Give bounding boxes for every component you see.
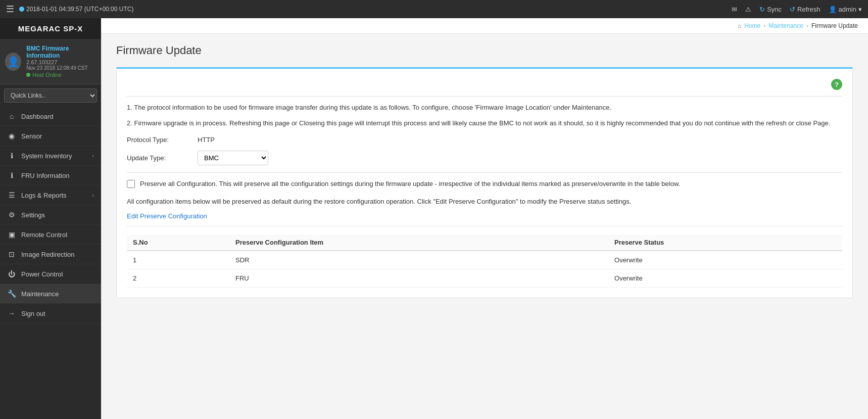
card-divider-mid <box>127 172 842 173</box>
table-row: 1 SDR Overwrite <box>127 251 842 269</box>
table-cell-item: FRU <box>229 269 608 287</box>
remote-control-icon: ▣ <box>7 230 16 239</box>
sync-button[interactable]: ↻ Sync <box>759 6 782 13</box>
avatar: 👤 <box>5 53 21 71</box>
breadcrumb-maintenance[interactable]: Maintenance <box>768 22 803 29</box>
sidebar-item-sensor[interactable]: ◉ Sensor <box>0 126 101 146</box>
sidebar-item-label: Logs & Reports <box>21 192 67 199</box>
notice-text-1: 1. The protocol information to be used f… <box>127 103 842 113</box>
home-icon: ⌂ <box>738 22 741 29</box>
page-title: Firmware Update <box>116 44 853 57</box>
table-header-status: Preserve Status <box>608 235 842 251</box>
profile-name[interactable]: BMC Firmware Information <box>26 45 96 59</box>
protocol-type-value: HTTP <box>198 136 215 144</box>
profile-version: 2.67.103227 <box>26 59 96 65</box>
breadcrumb: ⌂ Home › Maintenance › Firmware Update <box>101 18 868 34</box>
chevron-right-icon: › <box>92 153 94 159</box>
image-redirection-icon: ⊡ <box>7 250 16 258</box>
time-dot-icon <box>19 7 24 12</box>
table-cell-status: Overwrite <box>608 269 842 287</box>
chevron-right-icon: › <box>92 192 94 198</box>
sidebar-item-logs-reports[interactable]: ☰ Logs & Reports › <box>0 185 101 205</box>
sidebar-item-sign-out[interactable]: → Sign out <box>0 304 101 323</box>
preserve-info-text: All configuration items below will be pr… <box>127 197 842 207</box>
sidebar-item-label: Sign out <box>21 310 45 317</box>
sign-out-icon: → <box>7 309 16 317</box>
sidebar-item-settings[interactable]: ⚙ Settings <box>0 205 101 225</box>
logs-icon: ☰ <box>7 191 16 199</box>
preserve-table: S.No Preserve Configuration Item Preserv… <box>127 235 842 288</box>
breadcrumb-sep1: › <box>763 22 765 29</box>
system-inventory-icon: ℹ <box>7 152 16 160</box>
sidebar-item-label: Remote Control <box>21 231 67 239</box>
admin-user-icon: 👤 <box>829 6 837 13</box>
sidebar-item-dashboard[interactable]: ⌂ Dashboard <box>0 107 101 126</box>
table-cell-sno: 2 <box>127 269 229 287</box>
sidebar-item-image-redirection[interactable]: ⊡ Image Redirection <box>0 245 101 264</box>
sidebar-item-label: Settings <box>21 211 45 219</box>
table-cell-status: Overwrite <box>608 251 842 269</box>
sidebar-item-label: Maintenance <box>21 290 59 298</box>
settings-icon: ⚙ <box>7 211 16 219</box>
sidebar-brand: MEGARAC SP-X <box>0 18 101 39</box>
firmware-update-card: ? 1. The protocol information to be used… <box>116 67 853 298</box>
mail-icon[interactable]: ✉ <box>732 6 737 13</box>
power-control-icon: ⏻ <box>7 270 16 278</box>
card-divider-top <box>127 96 842 97</box>
table-cell-sno: 1 <box>127 251 229 269</box>
quick-links-dropdown[interactable]: Quick Links.. <box>4 88 97 103</box>
sidebar-item-label: FRU Information <box>21 172 69 179</box>
menu-toggle-icon[interactable]: ☰ <box>6 4 14 15</box>
quick-links-select[interactable]: Quick Links.. <box>4 88 97 103</box>
protocol-type-row: Protocol Type: HTTP <box>127 136 842 144</box>
alert-icon[interactable]: ⚠ <box>745 6 751 13</box>
table-header-item: Preserve Configuration Item <box>229 235 608 251</box>
maintenance-icon: 🔧 <box>7 290 16 298</box>
notice-text-2: 2. Firmware upgrade is in process. Refre… <box>127 118 842 129</box>
topbar: ☰ 2018-01-01 04:39:57 (UTC+00:00 UTC) ✉ … <box>0 0 868 18</box>
sidebar-profile: 👤 BMC Firmware Information 2.67.103227 N… <box>0 39 101 84</box>
table-cell-item: SDR <box>229 251 608 269</box>
topbar-timestamp: 2018-01-01 04:39:57 (UTC+00:00 UTC) <box>26 6 133 13</box>
breadcrumb-home[interactable]: Home <box>744 22 760 29</box>
card-divider-table <box>127 226 842 226</box>
table-row: 2 FRU Overwrite <box>127 269 842 287</box>
sync-icon: ↻ <box>759 6 765 13</box>
refresh-icon: ↺ <box>790 6 795 13</box>
edit-preserve-link[interactable]: Edit Preserve Configuration <box>127 212 207 220</box>
protocol-type-label: Protocol Type: <box>127 136 187 144</box>
preserve-all-label: Preserve all Configuration. This will pr… <box>140 179 680 189</box>
preserve-checkbox-row: Preserve all Configuration. This will pr… <box>127 179 842 189</box>
sidebar-item-label: Dashboard <box>21 113 54 120</box>
preserve-all-checkbox[interactable] <box>127 180 135 188</box>
sidebar: MEGARAC SP-X 👤 BMC Firmware Information … <box>0 18 101 419</box>
topbar-time: 2018-01-01 04:39:57 (UTC+00:00 UTC) <box>19 6 133 13</box>
update-type-select[interactable]: BMC BIOS CPLD <box>198 151 268 165</box>
sidebar-nav: ⌂ Dashboard ◉ Sensor ℹ System Inventory … <box>0 107 101 419</box>
preserve-section: Preserve all Configuration. This will pr… <box>127 179 842 288</box>
fru-icon: ℹ <box>7 171 16 179</box>
sensor-icon: ◉ <box>7 132 16 140</box>
breadcrumb-sep2: › <box>806 22 808 29</box>
update-type-label: Update Type: <box>127 154 187 162</box>
dashboard-icon: ⌂ <box>7 112 16 120</box>
sidebar-item-label: Image Redirection <box>21 251 75 258</box>
admin-user-button[interactable]: 👤 admin ▾ <box>829 6 862 13</box>
sidebar-item-label: System Inventory <box>21 152 72 160</box>
sidebar-item-maintenance[interactable]: 🔧 Maintenance <box>0 284 101 304</box>
table-header-row: S.No Preserve Configuration Item Preserv… <box>127 235 842 251</box>
update-type-row: Update Type: BMC BIOS CPLD <box>127 151 842 165</box>
help-icon[interactable]: ? <box>831 79 842 90</box>
refresh-button[interactable]: ↺ Refresh <box>790 6 821 13</box>
profile-date: Nov 23 2018 12:08:49 CST <box>26 65 96 71</box>
sidebar-item-system-inventory[interactable]: ℹ System Inventory › <box>0 146 101 166</box>
sidebar-item-fru-information[interactable]: ℹ FRU Information <box>0 166 101 185</box>
breadcrumb-current: Firmware Update <box>811 22 858 29</box>
content-area: ⌂ Home › Maintenance › Firmware Update F… <box>101 18 868 419</box>
sidebar-item-label: Power Control <box>21 270 63 278</box>
host-status-dot <box>26 73 30 77</box>
host-status-label: Host Online <box>32 72 61 78</box>
sidebar-item-power-control[interactable]: ⏻ Power Control <box>0 264 101 284</box>
table-header-sno: S.No <box>127 235 229 251</box>
sidebar-item-remote-control[interactable]: ▣ Remote Control <box>0 225 101 245</box>
